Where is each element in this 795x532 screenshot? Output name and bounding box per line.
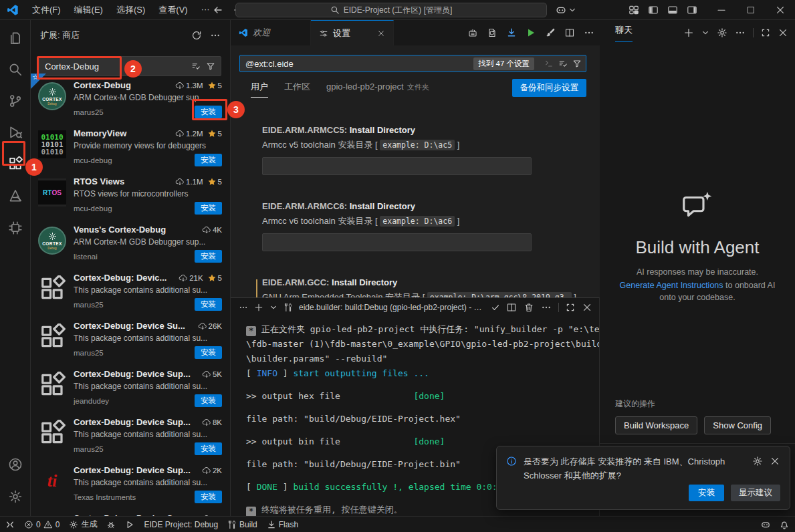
kill-terminal-icon[interactable] xyxy=(524,302,534,313)
close-tab-icon[interactable] xyxy=(377,29,385,37)
sidebar-item-run-debug[interactable] xyxy=(0,119,31,146)
debug-button[interactable] xyxy=(106,520,116,529)
more-actions-icon[interactable] xyxy=(584,27,594,38)
new-chat-icon[interactable] xyxy=(683,27,694,38)
split-terminal-icon[interactable] xyxy=(506,302,517,313)
more-actions-icon[interactable] xyxy=(239,303,248,312)
sidebar-item-search[interactable] xyxy=(0,56,31,83)
rebuild-icon[interactable] xyxy=(487,27,497,38)
install-button[interactable]: 安装 xyxy=(195,106,222,118)
maximize-chat-icon[interactable] xyxy=(761,28,770,37)
chevron-down-icon[interactable] xyxy=(269,303,277,311)
maximize-panel-icon[interactable] xyxy=(566,303,575,312)
install-button[interactable]: 安装 xyxy=(195,491,222,503)
install-button[interactable]: 安装 xyxy=(195,250,222,263)
terminal-title[interactable]: eide.builder: build:Debug (gpio-led-pb2-… xyxy=(299,302,485,313)
split-editor-icon[interactable] xyxy=(564,27,575,38)
close-chat-icon[interactable] xyxy=(778,27,788,38)
chevron-down-icon[interactable] xyxy=(701,29,709,37)
setting-value-input[interactable] xyxy=(262,233,532,251)
run-button[interactable] xyxy=(125,520,134,529)
show-config-button[interactable]: Show Config xyxy=(704,416,771,434)
install-button[interactable]: 安装 xyxy=(195,298,222,311)
refresh-icon[interactable] xyxy=(191,30,202,41)
install-button[interactable]: 安装 xyxy=(195,346,222,359)
install-recommended-button[interactable]: 安装 xyxy=(689,485,724,501)
menu-item-3[interactable]: 查看(V) xyxy=(153,2,193,18)
build-project-icon[interactable] xyxy=(467,27,478,38)
generate-button[interactable]: 生成 xyxy=(69,519,97,530)
customize-layout-icon[interactable] xyxy=(629,5,639,15)
settings-scope-tab[interactable]: gpio-led-pb2-project文件夹 xyxy=(326,82,429,97)
sidebar-item-extensions[interactable] xyxy=(0,150,31,177)
more-actions-icon[interactable] xyxy=(210,30,221,41)
filter-lines-icon[interactable] xyxy=(191,61,201,71)
maximize-button[interactable] xyxy=(736,0,766,20)
copilot-icon[interactable] xyxy=(555,4,567,16)
close-window-button[interactable] xyxy=(766,0,795,20)
more-actions-icon[interactable] xyxy=(541,302,552,313)
funnel-icon[interactable] xyxy=(206,61,215,71)
notification-settings-icon[interactable] xyxy=(752,456,763,467)
manage-settings-button[interactable] xyxy=(0,483,31,510)
generate-agent-instructions-link[interactable]: Generate Agent Instructions xyxy=(620,281,723,290)
sidebar-item-source-control[interactable] xyxy=(0,88,31,114)
new-terminal-icon[interactable] xyxy=(254,303,263,312)
settings-search-box[interactable]: 找到 47 个设置 xyxy=(239,55,586,72)
sidebar-item-chip-tools[interactable] xyxy=(0,215,31,241)
clear-search-icon[interactable] xyxy=(544,59,554,68)
run-icon[interactable] xyxy=(526,27,536,38)
clean-icon[interactable] xyxy=(545,27,556,38)
extensions-search-input[interactable] xyxy=(45,61,186,72)
tab-chat[interactable]: 聊天 xyxy=(615,24,633,42)
problems-indicator[interactable]: 0 0 xyxy=(24,520,60,529)
remote-indicator[interactable] xyxy=(5,520,15,529)
command-center-search[interactable]: EIDE-Project (工作区) [管理员] xyxy=(235,3,547,17)
install-button[interactable]: 安装 xyxy=(195,394,222,407)
filter-lines-icon[interactable] xyxy=(558,59,568,68)
extension-list-item[interactable]: CORTEXDebugVenus's Cortex-Debug4KARM Cor… xyxy=(31,218,230,266)
close-notification-icon[interactable] xyxy=(770,456,780,467)
setting-value-input[interactable] xyxy=(262,157,532,175)
extension-list-item[interactable]: Cortex-Debug: Device Su...26KThis packag… xyxy=(31,314,230,362)
extension-list-item[interactable]: Cortex-Debug: Device Sup...5KThis packag… xyxy=(31,362,230,410)
extension-list-item[interactable]: RTOSRTOS Views1.1M5RTOS views for microc… xyxy=(31,170,230,218)
build-workspace-button[interactable]: Build Workspace xyxy=(615,416,697,434)
toggle-panel-icon[interactable] xyxy=(667,5,678,15)
menu-item-1[interactable]: 编辑(E) xyxy=(69,2,108,18)
minimize-button[interactable] xyxy=(707,0,736,20)
menu-item-2[interactable]: 选择(S) xyxy=(111,2,150,18)
extension-list-item[interactable]: Cortex-Debug: Device Sup...8KThis packag… xyxy=(31,410,230,458)
copilot-icon[interactable] xyxy=(760,519,771,530)
extension-list-item[interactable]: 010101010101010MemoryView1.2M5Provide me… xyxy=(31,122,230,170)
flash-download-icon[interactable] xyxy=(506,27,517,38)
chevron-down-icon[interactable] xyxy=(568,6,576,14)
extension-list-item[interactable]: ☆CORTEXDebugCortex-Debug1.3M5ARM Cortex-… xyxy=(31,74,230,122)
tab-settings[interactable]: 设置 xyxy=(311,20,394,45)
more-actions-icon[interactable] xyxy=(735,27,746,38)
show-recommendations-button[interactable]: 显示建议 xyxy=(731,485,780,501)
toggle-sidebar-icon[interactable] xyxy=(648,5,659,15)
build-button[interactable]: Build xyxy=(227,520,257,529)
flash-button[interactable]: Flash xyxy=(267,520,298,529)
install-button[interactable]: 安装 xyxy=(195,442,222,455)
extension-list-item[interactable]: Cortex-Debug: Devic...21K5This package c… xyxy=(31,266,230,314)
gear-icon[interactable] xyxy=(717,27,727,38)
account-button[interactable] xyxy=(0,451,31,478)
extension-list-item[interactable]: tiCortex-Debug: Device Sup...1K xyxy=(31,507,230,516)
sidebar-item-explorer[interactable] xyxy=(0,25,31,51)
install-button[interactable]: 安装 xyxy=(195,154,222,166)
menu-item-0[interactable]: 文件(F) xyxy=(27,2,66,18)
backup-sync-settings-button[interactable]: 备份和同步设置 xyxy=(512,79,587,97)
toggle-secondary-sidebar-icon[interactable] xyxy=(687,5,697,15)
sidebar-item-eide[interactable] xyxy=(0,182,31,209)
close-panel-icon[interactable] xyxy=(582,302,592,313)
settings-scope-tab[interactable]: 工作区 xyxy=(284,81,310,98)
project-status[interactable]: EIDE Project: Debug xyxy=(144,520,218,529)
funnel-icon[interactable] xyxy=(572,59,582,68)
bell-icon[interactable] xyxy=(779,519,790,530)
back-arrow-icon[interactable] xyxy=(213,5,223,15)
install-button[interactable]: 安装 xyxy=(195,202,222,215)
settings-search-input[interactable] xyxy=(245,59,473,69)
extension-list-item[interactable]: tiCortex-Debug: Device Sup...2KThis pack… xyxy=(31,458,230,507)
